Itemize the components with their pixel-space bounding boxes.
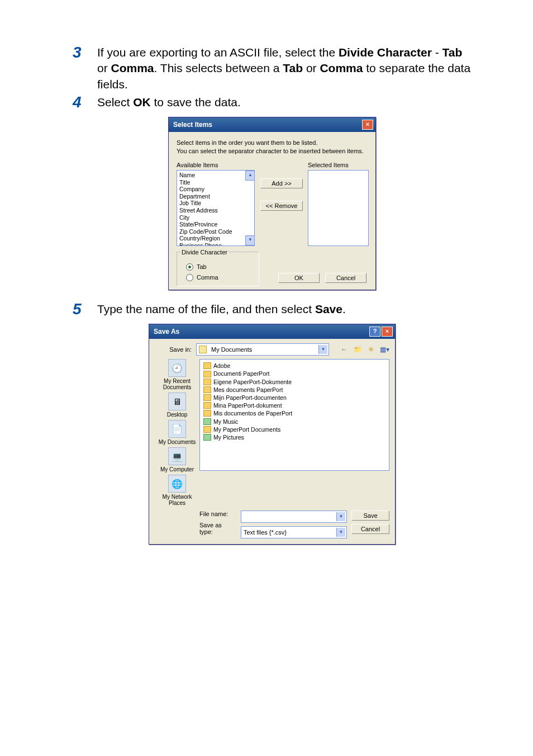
list-item[interactable]: Mis documentos de PaperPort <box>203 409 386 417</box>
scroll-up-icon[interactable]: ▲ <box>245 171 255 181</box>
folder-icon <box>203 418 211 425</box>
list-item[interactable]: Eigene PaperPort-Dokumente <box>203 378 386 386</box>
step-text: Select OK to save the data. <box>97 94 241 110</box>
place-desktop[interactable]: 🖥Desktop <box>167 393 188 418</box>
list-item[interactable]: Adobe <box>203 362 386 370</box>
dialog-title: Save As <box>154 328 179 336</box>
list-item[interactable]: My Pictures <box>203 433 386 441</box>
documents-icon: 📄 <box>168 420 186 438</box>
chevron-down-icon[interactable]: ▼ <box>336 512 345 521</box>
place-recent[interactable]: 🕘My Recent Documents <box>155 359 199 390</box>
help-icon[interactable]: ? <box>369 327 380 337</box>
list-item[interactable]: City <box>179 214 254 221</box>
folder-icon <box>203 426 211 433</box>
filename-input[interactable]: ▼ <box>241 511 347 523</box>
folder-icon <box>203 434 211 441</box>
computer-icon: 💻 <box>168 447 186 465</box>
step-5: 5 Type the name of the file, and then se… <box>73 301 472 317</box>
selected-items-list[interactable] <box>308 170 369 246</box>
folder-icon <box>199 346 207 353</box>
scroll-down-icon[interactable]: ▼ <box>245 235 255 245</box>
views-icon[interactable]: ▦▾ <box>379 344 389 355</box>
add-button[interactable]: Add >> <box>260 178 303 188</box>
folder-icon <box>203 402 211 409</box>
step-text: Type the name of the file, and then sele… <box>97 301 346 317</box>
step-number: 3 <box>73 45 97 92</box>
close-icon[interactable]: × <box>362 120 373 130</box>
folder-icon <box>203 379 211 385</box>
radio-comma[interactable]: Comma <box>186 274 254 281</box>
filename-label: File name: <box>199 511 236 517</box>
list-item[interactable]: State/Province <box>179 221 254 228</box>
list-item[interactable]: Country/Region <box>179 235 254 242</box>
step-number: 4 <box>73 94 97 110</box>
list-item[interactable]: Department <box>179 193 254 200</box>
place-mycomputer[interactable]: 💻My Computer <box>160 447 194 472</box>
place-mynetwork[interactable]: 🌐My Network Places <box>155 475 199 506</box>
cancel-button[interactable]: Cancel <box>325 273 367 283</box>
folder-icon <box>203 371 211 377</box>
list-item[interactable]: Title <box>179 179 254 186</box>
list-item[interactable]: Mes documents PaperPort <box>203 386 386 394</box>
savetype-label: Save as type: <box>199 522 236 535</box>
save-button[interactable]: Save <box>351 511 389 521</box>
list-item[interactable]: Documenti PaperPort <box>203 370 386 377</box>
step-text: If you are exporting to an ASCII file, s… <box>97 45 472 92</box>
new-folder-icon[interactable]: ✳ <box>366 344 376 355</box>
folder-icon <box>203 410 211 417</box>
list-item[interactable]: Company <box>179 186 254 193</box>
list-item[interactable]: Job Title <box>179 200 254 207</box>
file-list[interactable]: Adobe Documenti PaperPort Eigene PaperPo… <box>199 359 389 471</box>
available-items-list[interactable]: Name Title Company Department Job Title … <box>177 170 255 246</box>
step-3: 3 If you are exporting to an ASCII file,… <box>73 45 472 92</box>
places-bar: 🕘My Recent Documents 🖥Desktop 📄My Docume… <box>155 359 199 506</box>
folder-icon <box>203 394 211 401</box>
select-items-dialog: Select Items × Select items in the order… <box>168 117 376 290</box>
recent-icon: 🕘 <box>168 359 186 377</box>
remove-button[interactable]: << Remove <box>260 201 303 211</box>
up-folder-icon[interactable]: 📁 <box>353 344 363 355</box>
dialog-title: Select Items <box>173 121 212 129</box>
chevron-down-icon[interactable]: ▼ <box>318 345 327 354</box>
folder-icon <box>203 386 211 393</box>
divide-character-group: Divide Character Tab Comma <box>177 252 259 286</box>
list-item[interactable]: Mina PaperPort-dokument <box>203 401 386 409</box>
list-item[interactable]: Name <box>179 172 254 179</box>
list-item[interactable]: Zip Code/Post Code <box>179 228 254 235</box>
list-item[interactable]: Street Address <box>179 207 254 214</box>
dialog-instructions: Select items in the order you want them … <box>177 139 369 155</box>
folder-icon <box>203 362 211 369</box>
list-item[interactable]: Business Phone <box>179 242 254 246</box>
ok-button[interactable]: OK <box>278 273 320 283</box>
list-item[interactable]: My Music <box>203 418 386 426</box>
radio-icon <box>186 274 193 281</box>
radio-tab[interactable]: Tab <box>186 263 254 271</box>
save-as-dialog: Save As ? × Save in: My Documents ▼ ← 📁 … <box>149 324 396 545</box>
step-number: 5 <box>73 301 97 317</box>
selected-items-label: Selected Items <box>308 162 369 168</box>
back-icon[interactable]: ← <box>339 344 349 355</box>
chevron-down-icon[interactable]: ▼ <box>336 528 345 537</box>
dialog-titlebar: Select Items × <box>169 117 375 132</box>
desktop-icon: 🖥 <box>168 393 186 410</box>
save-in-combo[interactable]: My Documents ▼ <box>196 343 329 356</box>
radio-icon <box>186 263 193 271</box>
close-icon[interactable]: × <box>382 327 393 337</box>
dialog-titlebar: Save As ? × <box>149 324 395 339</box>
save-in-label: Save in: <box>155 346 192 353</box>
available-items-label: Available Items <box>177 162 255 168</box>
savetype-combo[interactable]: Text files {*.csv} ▼ <box>241 526 347 538</box>
network-icon: 🌐 <box>168 475 186 493</box>
step-4: 4 Select OK to save the data. <box>73 94 472 110</box>
cancel-button[interactable]: Cancel <box>351 524 389 534</box>
list-item[interactable]: My PaperPort Documents <box>203 426 386 433</box>
place-mydocuments[interactable]: 📄My Documents <box>159 420 196 445</box>
list-item[interactable]: Mijn PaperPort-documenten <box>203 394 386 401</box>
